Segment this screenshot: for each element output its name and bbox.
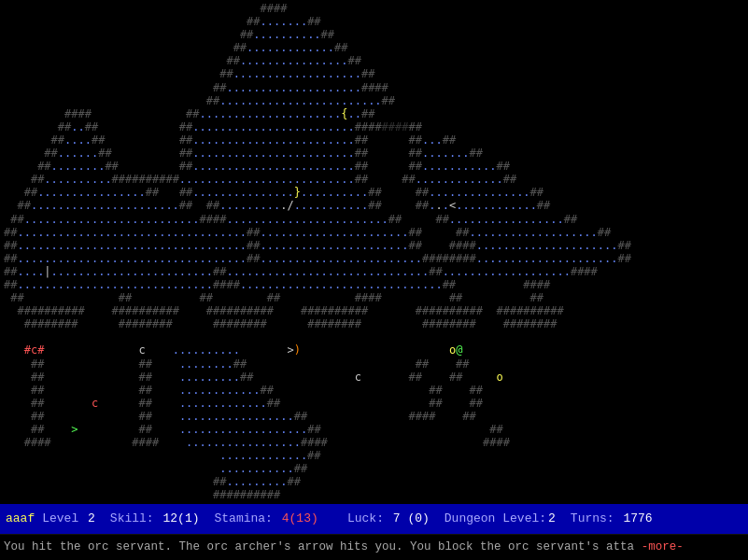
message-bar: You hit the orc servant. The orc archer'… bbox=[0, 534, 748, 560]
game-map: #### ##.......## ##........ bbox=[0, 0, 748, 504]
status-bar: aaaf Level 2 Skill: 12(1) Stamina: 4(13)… bbox=[0, 504, 748, 534]
turns-label: Turns: bbox=[571, 511, 614, 525]
skill-label: Skill: bbox=[110, 511, 154, 525]
player-name: aaaf bbox=[6, 511, 35, 525]
player-level: 2 bbox=[88, 511, 95, 525]
level-label: Level bbox=[42, 511, 78, 525]
skill-value: 12(1) bbox=[162, 511, 199, 525]
dungeon-level: 2 bbox=[548, 511, 556, 525]
stamina-label: Stamina: bbox=[215, 511, 273, 525]
game-viewport: #### ##.......## ##........ bbox=[0, 0, 748, 504]
game-message: You hit the orc servant. The orc archer'… bbox=[4, 540, 634, 554]
luck-label: Luck: bbox=[347, 511, 384, 525]
more-tag: -more- bbox=[642, 540, 684, 554]
luck-value: 7 (0) bbox=[393, 511, 430, 525]
dungeon-label: Dungeon Level: bbox=[445, 511, 546, 525]
turns-value: 1776 bbox=[623, 511, 652, 525]
stamina-value: 4(13) bbox=[282, 511, 318, 525]
